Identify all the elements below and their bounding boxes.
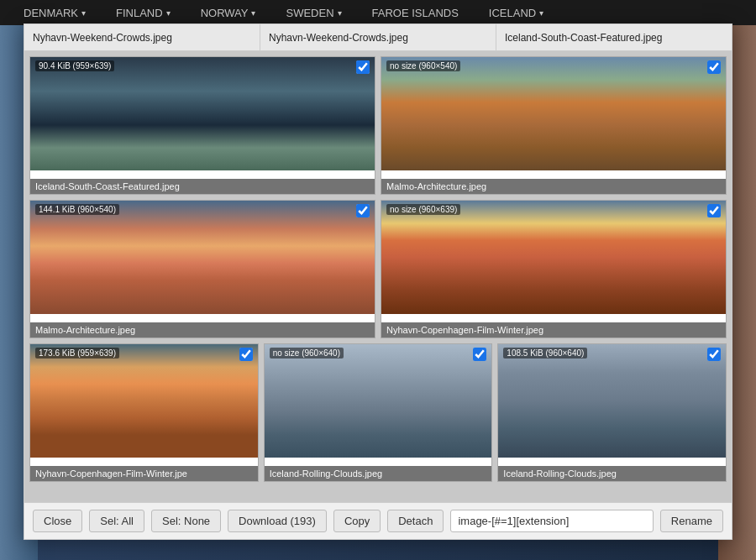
rename-button[interactable]: Rename: [660, 510, 723, 532]
nav-item-norway[interactable]: NORWAY: [186, 0, 271, 25]
image-meta-3: 144.1 KiB (960×540): [35, 204, 119, 215]
image-7: [498, 344, 726, 458]
file-name-bar: Nyhavn-Weekend-Crowds.jpeg Nyhavn-Weeken…: [24, 24, 732, 51]
file-name-cell-1: Nyhavn-Weekend-Crowds.jpeg: [24, 24, 260, 50]
image-label-2: Malmo-Architecture.jpeg: [381, 179, 726, 194]
image-label-7: Iceland-Rolling-Clouds.jpeg: [498, 466, 726, 481]
image-meta-5: 173.6 KiB (959×639): [35, 348, 119, 359]
nav-item-iceland[interactable]: ICELAND: [474, 0, 559, 25]
grid-row-1: 90.4 KiB (959×639) Iceland-South-Coast-F…: [29, 56, 727, 195]
image-1: [30, 57, 375, 170]
image-cell-7[interactable]: 108.5 KiB (960×640) Iceland-Rolling-Clou…: [497, 343, 727, 482]
nav-item-sweden[interactable]: SWEDEN: [270, 0, 356, 25]
image-checkbox-6[interactable]: [473, 348, 486, 361]
image-label-1: Iceland-South-Coast-Featured.jpeg: [30, 179, 375, 194]
download-button[interactable]: Download (193): [228, 510, 327, 532]
image-meta-6: no size (960×640): [270, 348, 344, 359]
nav-item-denmark[interactable]: DENMARK: [8, 0, 101, 25]
image-3: [30, 201, 375, 314]
image-4: [381, 201, 726, 314]
image-checkbox-1[interactable]: [356, 60, 370, 74]
nav-bar: DENMARK FINLAND NORWAY SWEDEN FAROE ISLA…: [0, 0, 756, 25]
nav-item-faroe-islands[interactable]: FAROE ISLANDS: [357, 0, 474, 25]
image-6: [265, 344, 492, 458]
sel-all-button[interactable]: Sel: All: [89, 510, 144, 532]
image-label-6: Iceland-Rolling-Clouds.jpeg: [265, 466, 492, 481]
image-checkbox-2[interactable]: [707, 60, 721, 74]
image-cell-3[interactable]: 144.1 KiB (960×540) Malmo-Architecture.j…: [29, 200, 375, 338]
image-cell-1[interactable]: 90.4 KiB (959×639) Iceland-South-Coast-F…: [29, 56, 375, 195]
sel-none-button[interactable]: Sel: None: [151, 510, 221, 532]
image-grid[interactable]: 90.4 KiB (959×639) Iceland-South-Coast-F…: [24, 51, 732, 502]
copy-button[interactable]: Copy: [333, 510, 381, 532]
detach-button[interactable]: Detach: [387, 510, 444, 532]
image-label-5: Nyhavn-Copenhagen-Film-Winter.jpe: [30, 466, 258, 481]
image-checkbox-3[interactable]: [356, 204, 370, 217]
file-name-cell-3: Iceland-South-Coast-Featured.jpeg: [496, 24, 732, 50]
image-meta-1: 90.4 KiB (959×639): [35, 60, 114, 71]
image-5: [30, 344, 258, 458]
image-2: [381, 57, 726, 170]
image-modal: Nyhavn-Weekend-Crowds.jpeg Nyhavn-Weeken…: [24, 24, 732, 540]
image-label-3: Malmo-Architecture.jpeg: [30, 322, 375, 338]
file-name-cell-2: Nyhavn-Weekend-Crowds.jpeg: [260, 24, 496, 50]
image-checkbox-4[interactable]: [707, 204, 721, 217]
image-cell-4[interactable]: no size (960×639) Nyhavn-Copenhagen-Film…: [381, 200, 727, 338]
image-checkbox-5[interactable]: [239, 348, 253, 361]
image-meta-7: 108.5 KiB (960×640): [503, 348, 587, 359]
image-meta-2: no size (960×540): [386, 60, 460, 71]
rename-input[interactable]: [450, 510, 653, 532]
image-cell-6[interactable]: no size (960×640) Iceland-Rolling-Clouds…: [264, 343, 493, 482]
grid-row-3: 173.6 KiB (959×639) Nyhavn-Copenhagen-Fi…: [29, 343, 727, 482]
image-label-4: Nyhavn-Copenhagen-Film-Winter.jpeg: [381, 322, 726, 338]
image-meta-4: no size (960×639): [386, 204, 460, 215]
image-checkbox-7[interactable]: [707, 348, 721, 361]
toolbar: Close Sel: All Sel: None Download (193) …: [24, 502, 732, 539]
image-cell-2[interactable]: no size (960×540) Malmo-Architecture.jpe…: [381, 56, 727, 195]
nav-item-finland[interactable]: FINLAND: [101, 0, 186, 25]
grid-row-2: 144.1 KiB (960×540) Malmo-Architecture.j…: [29, 200, 727, 338]
image-cell-5[interactable]: 173.6 KiB (959×639) Nyhavn-Copenhagen-Fi…: [29, 343, 259, 482]
close-button[interactable]: Close: [33, 510, 82, 532]
